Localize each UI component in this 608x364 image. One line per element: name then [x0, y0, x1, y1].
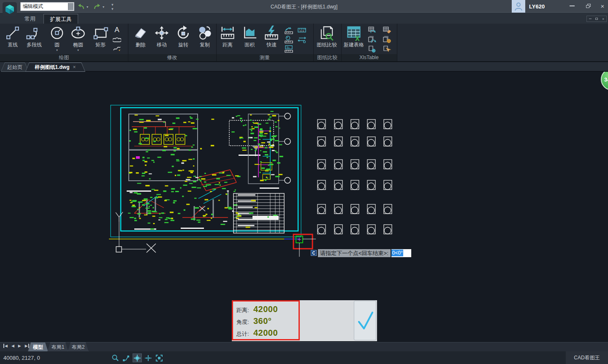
angle-value: 360°	[253, 316, 271, 326]
document-window-controls: ×	[586, 16, 607, 22]
doc-restore-icon[interactable]	[595, 18, 598, 20]
copy-button-label: 复制	[200, 41, 210, 49]
status-toggles	[111, 353, 164, 362]
distance-button[interactable]: 距离	[217, 25, 238, 54]
total-row: 总计: 42000	[236, 328, 299, 338]
restore-button[interactable]	[581, 0, 595, 12]
circle-dropdown-icon[interactable]: ▾	[56, 49, 58, 52]
crosshair-mode-icon[interactable]	[133, 353, 142, 362]
distance-row: 距离: 42000	[236, 304, 299, 314]
table-settings-button[interactable]	[367, 44, 378, 54]
doc-minimize-icon[interactable]	[589, 19, 592, 19]
polyline-button-label: 多段线	[27, 41, 42, 49]
rotate-button[interactable]: 旋转	[173, 25, 194, 54]
circle-button[interactable]: 圆 ▾	[46, 25, 68, 54]
table-pick-button[interactable]	[382, 44, 393, 54]
snap-mode-icon[interactable]	[144, 353, 153, 362]
sheets-pro-icon	[383, 36, 392, 43]
arc-measure-button[interactable]	[283, 35, 294, 44]
nav-last-icon[interactable]: ▶	[25, 344, 29, 348]
nav-next-icon[interactable]: ▶	[18, 344, 21, 348]
layout-nav: ◀ ◀ ▶ ▶	[3, 344, 29, 348]
new-table-button[interactable]: X 新建表格	[342, 25, 366, 54]
confirm-button[interactable]	[354, 301, 376, 340]
cloud-icon	[113, 37, 121, 43]
eraser-icon	[133, 25, 148, 41]
unit-convert-button[interactable]	[296, 35, 307, 44]
status-bar: 40080, 2127, 0 CAD看图王	[0, 351, 608, 364]
close-button[interactable]: ×	[595, 0, 608, 12]
table-pick-icon	[383, 45, 392, 53]
revision-cloud-button[interactable]	[111, 35, 122, 44]
quick-measure-button[interactable]: 快速	[261, 25, 282, 54]
move-button[interactable]: 移动	[151, 25, 172, 54]
quick-measure-button-label: 快速	[266, 41, 277, 49]
fullscreen-icon[interactable]	[155, 353, 164, 362]
tab-layout1[interactable]: 布局1	[47, 342, 68, 352]
move-icon	[154, 25, 169, 41]
copy-button[interactable]: 复制	[194, 25, 215, 54]
tab-start-page-label: 起始页	[7, 64, 22, 71]
sheets-update-button[interactable]	[367, 35, 378, 44]
tab-close-icon[interactable]: ×	[73, 64, 76, 70]
polyline-mode-icon[interactable]	[122, 353, 131, 362]
title-bar: 编辑模式 ▾ ▾ ▾▾ CAD看图王 - [样例图纸1.dwg] LY620	[0, 0, 608, 13]
text-button[interactable]: A	[111, 25, 122, 35]
drawing-canvas[interactable]: 34 C 请指定下一个点<回车结束>: 0<0° 距离: 42000 角度: 3…	[0, 72, 608, 342]
sheets-pro-button[interactable]	[382, 35, 393, 44]
new-table-icon: X	[345, 25, 362, 41]
copy-icon	[197, 25, 212, 41]
user-avatar[interactable]	[512, 0, 525, 13]
table-update-button[interactable]	[367, 26, 378, 35]
tab-layout2[interactable]: 布局2	[68, 342, 89, 352]
tab-start-page[interactable]: 起始页	[1, 62, 29, 72]
ellipse-dropdown-icon[interactable]: ▾	[77, 49, 79, 52]
ellipse-icon	[70, 25, 87, 41]
new-table-button-label: 新建表格	[344, 41, 364, 49]
rectangle-button[interactable]: 矩形	[90, 25, 111, 54]
ruler-button[interactable]	[296, 26, 307, 35]
ellipse-button[interactable]: 椭圆 ▾	[68, 25, 89, 54]
badge-count: 34	[604, 76, 608, 83]
cursor-coordinates: 40080, 2127, 0	[3, 355, 40, 361]
layout-tab-bar: ◀ ◀ ▶ ▶ 模型 布局1 布局2	[0, 342, 608, 351]
polyline-button[interactable]: 多段线	[24, 25, 45, 54]
nav-prev-icon[interactable]: ◀	[11, 344, 14, 348]
distance-icon	[219, 25, 236, 41]
total-label: 总计:	[236, 330, 253, 338]
unit-convert-icon	[297, 36, 307, 43]
line-button[interactable]: 直线	[2, 25, 23, 54]
minimize-button[interactable]	[565, 0, 579, 12]
area-button[interactable]: 面积	[239, 25, 260, 54]
distance-label: 距离:	[236, 307, 253, 314]
angle-measure-button[interactable]	[283, 26, 294, 35]
tab-extended-tools[interactable]: 扩展工具	[43, 14, 78, 24]
freehand-icon	[113, 45, 121, 52]
group-label-compare: 图纸比较	[313, 54, 341, 61]
freehand-button[interactable]	[111, 44, 122, 53]
tab-model[interactable]: 模型	[28, 342, 48, 352]
arc-measure-icon	[284, 36, 293, 43]
nav-first-icon[interactable]: ◀	[3, 344, 8, 348]
app-name-label: CAD看图王	[566, 351, 608, 364]
erase-button[interactable]: 删除	[130, 25, 151, 54]
total-value: 42000	[253, 328, 278, 338]
ribbon: 绘图 修改 测量 图纸比较 XlsTable 直线 多段线	[0, 24, 608, 62]
measure-result-panel: 距离: 42000 角度: 360° 总计: 42000	[232, 300, 377, 341]
tab-home[interactable]: 常用	[19, 14, 41, 24]
coordinate-input[interactable]: 0<0°	[391, 249, 411, 257]
sheets-update-icon	[368, 36, 377, 43]
person-icon	[514, 2, 523, 11]
tab-drawing[interactable]: 样例图纸1.dwg ×	[25, 62, 85, 72]
distance-value: 42000	[253, 304, 278, 314]
doc-close-icon[interactable]: ×	[602, 17, 604, 21]
area-icon	[241, 25, 258, 41]
text-icon: A	[114, 26, 119, 34]
coordinate-list-icon	[284, 45, 293, 53]
drawing-compare-button[interactable]: 图纸比较	[315, 25, 339, 54]
command-prompt: C 请指定下一个点<回车结束>: 0<0°	[311, 249, 411, 257]
table-erase-button[interactable]	[382, 26, 393, 35]
group-label-draw: 绘图	[0, 54, 128, 61]
coordinate-list-button[interactable]	[283, 44, 294, 54]
zoom-icon[interactable]	[111, 353, 120, 362]
